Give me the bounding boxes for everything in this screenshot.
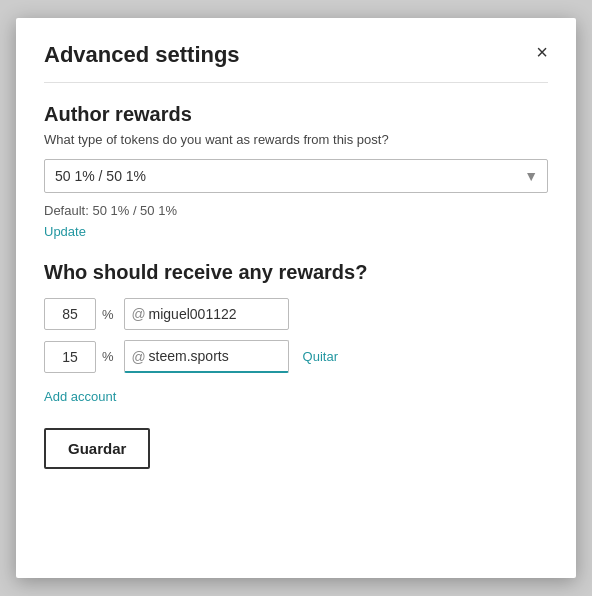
add-account-link[interactable]: Add account	[44, 389, 116, 404]
percent-label-2: %	[102, 349, 114, 364]
beneficiary-row-1: % @	[44, 298, 548, 330]
modal-title: Advanced settings	[44, 42, 240, 68]
close-button[interactable]: ×	[536, 42, 548, 62]
footer: Guardar	[44, 428, 548, 469]
percent-label-1: %	[102, 307, 114, 322]
author-rewards-title: Author rewards	[44, 103, 548, 126]
beneficiaries-section: Who should receive any rewards? % @ % @ …	[44, 261, 548, 428]
update-link[interactable]: Update	[44, 224, 86, 239]
beneficiary-row-2: % @ Quitar	[44, 340, 548, 373]
beneficiary-percent-1[interactable]	[44, 298, 96, 330]
save-button[interactable]: Guardar	[44, 428, 150, 469]
reward-type-select-wrapper: 50 1% / 50 1% 100% Power Up Decline Payo…	[44, 159, 548, 193]
modal-overlay: Advanced settings × Author rewards What …	[0, 0, 592, 596]
modal-header: Advanced settings ×	[44, 42, 548, 83]
beneficiary-account-2[interactable]	[124, 340, 289, 373]
author-rewards-description: What type of tokens do you want as rewar…	[44, 132, 548, 147]
remove-beneficiary-2-link[interactable]: Quitar	[303, 349, 338, 364]
beneficiary-account-1[interactable]	[124, 298, 289, 330]
advanced-settings-modal: Advanced settings × Author rewards What …	[16, 18, 576, 578]
reward-type-select[interactable]: 50 1% / 50 1% 100% Power Up Decline Payo…	[44, 159, 548, 193]
author-rewards-section: Author rewards What type of tokens do yo…	[44, 103, 548, 261]
beneficiary-percent-2[interactable]	[44, 341, 96, 373]
default-reward-text: Default: 50 1% / 50 1%	[44, 203, 548, 218]
at-wrapper-2: @	[124, 340, 289, 373]
beneficiaries-title: Who should receive any rewards?	[44, 261, 548, 284]
at-wrapper-1: @	[124, 298, 289, 330]
